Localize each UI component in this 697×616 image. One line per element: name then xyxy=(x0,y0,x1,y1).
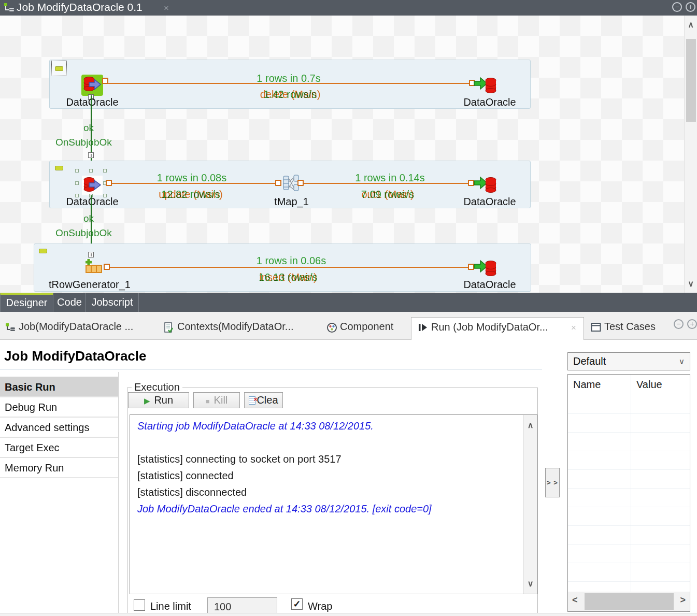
panel-minimize-icon[interactable]: − xyxy=(674,319,684,329)
trigger-anchor[interactable] xyxy=(88,252,94,257)
context-variables-table[interactable]: Name Value < > xyxy=(567,374,690,612)
subjob-1-collapse-box[interactable] xyxy=(51,61,67,76)
tab-contexts[interactable]: Contexts(ModifyDataOr... xyxy=(177,321,294,333)
dataoracle-output-component[interactable] xyxy=(473,75,498,96)
line-limit-checkbox[interactable] xyxy=(134,599,145,611)
design-canvas[interactable]: DataOracle 1 rows in 0.7s delete (Main) … xyxy=(0,16,697,293)
row-connector-endpoint[interactable] xyxy=(275,180,281,186)
trigger-label: OnSubjobOk xyxy=(55,227,112,239)
tab-run-active[interactable]: Run (Job ModifyDataOr... × xyxy=(411,317,584,340)
console-line: Starting job ModifyDataOracle at 14:33 0… xyxy=(137,420,518,437)
dataoracle-component-selected[interactable] xyxy=(81,175,103,196)
row-rate-label: 12.82 rows/s xyxy=(161,189,220,200)
trigger-anchor[interactable] xyxy=(88,152,94,158)
selection-handle[interactable] xyxy=(103,169,107,173)
tab-test-cases[interactable]: Test Cases xyxy=(604,321,656,333)
component-label[interactable]: DataOracle xyxy=(50,96,135,108)
kill-button-label: Kill xyxy=(214,394,228,406)
context-select[interactable]: Default ∨ xyxy=(567,352,690,370)
sidebar-item-memory-run[interactable]: Memory Run xyxy=(0,457,118,478)
scroll-down-icon[interactable]: ∨ xyxy=(685,279,697,289)
scroll-up-icon[interactable]: ∧ xyxy=(685,20,697,30)
table-rows-empty xyxy=(568,395,690,592)
editor-title: Job ModifyDataOracle 0.1 xyxy=(17,1,143,13)
trigger-label: OnSubjobOk xyxy=(55,137,112,148)
run-button-label: Run xyxy=(154,394,173,406)
tab-component[interactable]: Component xyxy=(340,321,393,333)
maximize-view-icon[interactable]: + xyxy=(686,2,695,12)
play-icon: ▶ xyxy=(144,394,150,408)
dataoracle-output-component[interactable] xyxy=(473,175,498,195)
divider xyxy=(0,369,542,370)
run-view: Job ModifyDataOracle Basic Run Debug Run… xyxy=(0,340,697,616)
scroll-left-icon[interactable]: < xyxy=(572,595,578,606)
run-console[interactable]: Starting job ModifyDataOracle at 14:33 0… xyxy=(130,414,537,594)
chevron-down-icon: ∨ xyxy=(679,353,685,370)
scroll-right-icon[interactable]: > xyxy=(680,595,686,606)
tab-jobscript[interactable]: Jobscript xyxy=(86,293,139,312)
kill-button[interactable]: ■Kill xyxy=(193,392,240,408)
tab-job[interactable]: Job(ModifyDataOracle ... xyxy=(19,321,133,333)
selection-handle[interactable] xyxy=(75,169,79,173)
row-connection-insert[interactable] xyxy=(110,267,468,268)
row-connector-endpoint[interactable] xyxy=(106,180,112,186)
trigger-ok-label: ok xyxy=(83,122,94,134)
sidebar-item-advanced-settings[interactable]: Advanced settings xyxy=(0,417,118,437)
run-view-title: Job ModifyDataOracle xyxy=(4,348,147,364)
collapse-minus-icon[interactable] xyxy=(55,166,63,170)
dataoracle-output-component[interactable] xyxy=(473,258,498,279)
component-label[interactable]: DataOracle xyxy=(447,279,533,291)
row-connector-endpoint[interactable] xyxy=(102,78,108,84)
selection-handle[interactable] xyxy=(89,169,93,173)
console-vertical-scrollbar[interactable]: ∧ ∨ xyxy=(523,415,537,594)
row-connector-endpoint[interactable] xyxy=(104,264,110,270)
scroll-up-icon[interactable]: ∧ xyxy=(524,420,537,430)
tab-run-label[interactable]: Run (Job ModifyDataOr... xyxy=(431,321,548,333)
tab-code[interactable]: Code xyxy=(54,293,86,312)
scroll-down-icon[interactable]: ∨ xyxy=(524,579,537,589)
scrollbar-thumb[interactable] xyxy=(686,39,696,122)
divider xyxy=(118,372,119,616)
wrap-checkbox[interactable]: ✓ xyxy=(291,598,303,610)
component-label[interactable]: tRowGenerator_1 xyxy=(40,279,139,291)
row-stat: 1 rows in 0.08s xyxy=(117,172,267,184)
row-label-overlap: update (Main) 12.82 rows/s xyxy=(113,189,268,202)
row-connector-endpoint[interactable] xyxy=(297,180,304,186)
component-label[interactable]: DataOracle xyxy=(447,196,533,208)
job-tab-icon xyxy=(5,322,16,333)
row-stat: 1 rows in 0.14s xyxy=(314,172,466,184)
console-line: [statistics] connected xyxy=(137,470,518,486)
clear-button-label: Clea xyxy=(257,394,278,406)
component-label[interactable]: DataOracle xyxy=(447,96,533,108)
expand-console-button[interactable]: > > xyxy=(545,468,560,497)
sidebar-item-basic-run[interactable]: Basic Run xyxy=(0,377,118,397)
wrap-label: Wrap xyxy=(308,600,332,612)
tab-designer[interactable]: Designer xyxy=(0,293,53,312)
talend-studio-window: Job ModifyDataOracle 0.1 × − + DataOracl… xyxy=(0,0,697,616)
canvas-vertical-scrollbar[interactable]: ∧ ∨ xyxy=(684,16,697,293)
collapse-minus-icon[interactable] xyxy=(55,66,63,71)
component-tab-icon xyxy=(326,322,337,333)
dataoracle-input-component[interactable] xyxy=(81,74,104,96)
run-button[interactable]: ▶Run xyxy=(128,392,189,408)
row-stat: 1 rows in 0.06s xyxy=(214,255,369,267)
editor-close-icon[interactable]: × xyxy=(164,3,169,13)
collapse-minus-icon[interactable] xyxy=(39,249,47,253)
context-selected-value: Default xyxy=(573,355,606,367)
selection-handle[interactable] xyxy=(75,181,79,185)
trowgenerator-component[interactable] xyxy=(83,258,105,277)
row-rate-label: 1.42 rows/s xyxy=(264,89,317,101)
minimize-view-icon[interactable]: − xyxy=(672,2,682,12)
panel-maximize-icon[interactable]: + xyxy=(687,319,697,329)
scrollbar-thumb[interactable] xyxy=(585,593,674,610)
job-icon xyxy=(4,2,16,14)
context-horizontal-scrollbar[interactable]: < > xyxy=(568,592,690,611)
sidebar-item-target-exec[interactable]: Target Exec xyxy=(0,437,118,457)
window-bottom-edge xyxy=(0,613,697,616)
tab-close-icon[interactable]: × xyxy=(571,323,576,333)
sidebar-item-debug-run[interactable]: Debug Run xyxy=(0,397,118,417)
console-line: [statistics] disconnected xyxy=(137,486,518,503)
console-line: Job ModifyDataOracle ended at 14:33 08/1… xyxy=(137,503,518,520)
editor-titlebar: Job ModifyDataOracle 0.1 × − + xyxy=(0,0,697,16)
clear-button[interactable]: ×Clea xyxy=(244,392,283,408)
